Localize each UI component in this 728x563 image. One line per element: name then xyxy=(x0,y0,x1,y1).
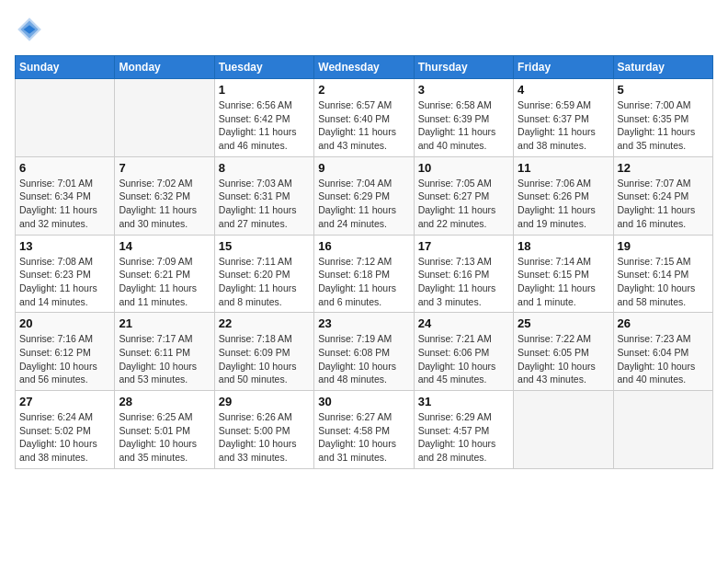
day-info: Sunrise: 6:59 AMSunset: 6:37 PMDaylight:… xyxy=(518,98,609,153)
day-number: 26 xyxy=(618,316,709,330)
day-number: 9 xyxy=(318,161,409,175)
calendar-cell: 23Sunrise: 7:19 AMSunset: 6:08 PMDayligh… xyxy=(314,313,414,391)
day-info: Sunrise: 7:14 AMSunset: 6:15 PMDaylight:… xyxy=(518,255,609,309)
calendar-week-row: 20Sunrise: 7:16 AMSunset: 6:12 PMDayligh… xyxy=(16,313,713,391)
day-info: Sunrise: 7:04 AMSunset: 6:29 PMDaylight:… xyxy=(318,177,409,231)
calendar-cell: 22Sunrise: 7:18 AMSunset: 6:09 PMDayligh… xyxy=(214,313,313,391)
calendar-cell: 31Sunrise: 6:29 AMSunset: 4:57 PMDayligh… xyxy=(414,391,513,469)
day-info: Sunrise: 7:08 AMSunset: 6:23 PMDaylight:… xyxy=(19,255,110,309)
day-info: Sunrise: 6:57 AMSunset: 6:40 PMDaylight:… xyxy=(318,98,409,153)
day-number: 1 xyxy=(219,83,310,97)
weekday-header: Friday xyxy=(514,56,613,79)
calendar-cell: 25Sunrise: 7:22 AMSunset: 6:05 PMDayligh… xyxy=(514,313,613,391)
calendar-cell: 26Sunrise: 7:23 AMSunset: 6:04 PMDayligh… xyxy=(613,313,712,391)
calendar-cell: 18Sunrise: 7:14 AMSunset: 6:15 PMDayligh… xyxy=(514,235,613,313)
calendar-cell: 7Sunrise: 7:02 AMSunset: 6:32 PMDaylight… xyxy=(115,156,214,235)
day-number: 27 xyxy=(19,395,110,408)
day-info: Sunrise: 7:22 AMSunset: 6:05 PMDaylight:… xyxy=(518,332,609,386)
calendar-cell: 17Sunrise: 7:13 AMSunset: 6:16 PMDayligh… xyxy=(414,235,513,313)
day-number: 29 xyxy=(219,395,310,408)
calendar-cell: 3Sunrise: 6:58 AMSunset: 6:39 PMDaylight… xyxy=(414,79,513,157)
day-number: 16 xyxy=(318,239,409,253)
calendar-cell: 28Sunrise: 6:25 AMSunset: 5:01 PMDayligh… xyxy=(115,391,214,469)
weekday-header: Tuesday xyxy=(214,56,313,79)
day-number: 19 xyxy=(618,239,709,253)
day-info: Sunrise: 7:23 AMSunset: 6:04 PMDaylight:… xyxy=(618,332,709,386)
day-info: Sunrise: 7:02 AMSunset: 6:32 PMDaylight:… xyxy=(119,177,210,231)
day-info: Sunrise: 7:05 AMSunset: 6:27 PMDaylight:… xyxy=(418,177,509,231)
day-info: Sunrise: 7:13 AMSunset: 6:16 PMDaylight:… xyxy=(418,255,509,309)
day-number: 7 xyxy=(119,161,210,175)
calendar-cell: 10Sunrise: 7:05 AMSunset: 6:27 PMDayligh… xyxy=(414,156,513,235)
day-number: 22 xyxy=(219,316,310,330)
day-info: Sunrise: 7:01 AMSunset: 6:34 PMDaylight:… xyxy=(19,177,110,231)
calendar-cell: 27Sunrise: 6:24 AMSunset: 5:02 PMDayligh… xyxy=(16,391,115,469)
calendar-cell: 8Sunrise: 7:03 AMSunset: 6:31 PMDaylight… xyxy=(214,156,313,235)
day-number: 18 xyxy=(518,239,609,253)
day-info: Sunrise: 6:56 AMSunset: 6:42 PMDaylight:… xyxy=(219,98,310,153)
weekday-header: Monday xyxy=(115,56,214,79)
day-number: 30 xyxy=(318,395,409,408)
calendar-cell: 14Sunrise: 7:09 AMSunset: 6:21 PMDayligh… xyxy=(115,235,214,313)
day-info: Sunrise: 6:24 AMSunset: 5:02 PMDaylight:… xyxy=(19,410,110,465)
day-info: Sunrise: 7:18 AMSunset: 6:09 PMDaylight:… xyxy=(219,332,310,386)
day-info: Sunrise: 7:03 AMSunset: 6:31 PMDaylight:… xyxy=(219,177,310,231)
day-number: 17 xyxy=(418,239,509,253)
day-info: Sunrise: 7:21 AMSunset: 6:06 PMDaylight:… xyxy=(418,332,509,386)
day-number: 13 xyxy=(19,239,110,253)
calendar-cell: 20Sunrise: 7:16 AMSunset: 6:12 PMDayligh… xyxy=(16,313,115,391)
weekday-header: Thursday xyxy=(414,56,513,79)
day-number: 5 xyxy=(618,83,709,97)
calendar-cell: 12Sunrise: 7:07 AMSunset: 6:24 PMDayligh… xyxy=(613,156,712,235)
day-number: 28 xyxy=(119,395,210,408)
day-info: Sunrise: 7:00 AMSunset: 6:35 PMDaylight:… xyxy=(618,98,709,153)
calendar-cell: 6Sunrise: 7:01 AMSunset: 6:34 PMDaylight… xyxy=(16,156,115,235)
calendar-week-row: 27Sunrise: 6:24 AMSunset: 5:02 PMDayligh… xyxy=(16,391,713,469)
day-number: 23 xyxy=(318,316,409,330)
calendar-cell: 29Sunrise: 6:26 AMSunset: 5:00 PMDayligh… xyxy=(214,391,313,469)
day-number: 24 xyxy=(418,316,509,330)
day-number: 15 xyxy=(219,239,310,253)
day-number: 21 xyxy=(119,316,210,330)
weekday-header: Sunday xyxy=(16,56,115,79)
calendar-cell: 5Sunrise: 7:00 AMSunset: 6:35 PMDaylight… xyxy=(613,79,712,157)
day-info: Sunrise: 6:26 AMSunset: 5:00 PMDaylight:… xyxy=(219,410,310,465)
calendar-cell: 16Sunrise: 7:12 AMSunset: 6:18 PMDayligh… xyxy=(314,235,414,313)
day-info: Sunrise: 6:27 AMSunset: 4:58 PMDaylight:… xyxy=(318,410,409,465)
weekday-header: Wednesday xyxy=(314,56,414,79)
day-info: Sunrise: 7:06 AMSunset: 6:26 PMDaylight:… xyxy=(518,177,609,231)
calendar-week-row: 13Sunrise: 7:08 AMSunset: 6:23 PMDayligh… xyxy=(16,235,713,313)
day-number: 25 xyxy=(518,316,609,330)
calendar-cell: 24Sunrise: 7:21 AMSunset: 6:06 PMDayligh… xyxy=(414,313,513,391)
calendar-cell xyxy=(16,79,115,157)
day-number: 20 xyxy=(19,316,110,330)
day-number: 6 xyxy=(19,161,110,175)
day-info: Sunrise: 7:07 AMSunset: 6:24 PMDaylight:… xyxy=(618,177,709,231)
logo xyxy=(15,15,48,44)
day-info: Sunrise: 7:19 AMSunset: 6:08 PMDaylight:… xyxy=(318,332,409,386)
calendar-cell: 30Sunrise: 6:27 AMSunset: 4:58 PMDayligh… xyxy=(314,391,414,469)
day-number: 31 xyxy=(418,395,509,408)
day-info: Sunrise: 6:58 AMSunset: 6:39 PMDaylight:… xyxy=(418,98,509,153)
day-number: 4 xyxy=(518,83,609,97)
day-info: Sunrise: 7:09 AMSunset: 6:21 PMDaylight:… xyxy=(119,255,210,309)
day-info: Sunrise: 7:17 AMSunset: 6:11 PMDaylight:… xyxy=(119,332,210,386)
day-number: 12 xyxy=(618,161,709,175)
calendar-cell: 9Sunrise: 7:04 AMSunset: 6:29 PMDaylight… xyxy=(314,156,414,235)
calendar-cell: 2Sunrise: 6:57 AMSunset: 6:40 PMDaylight… xyxy=(314,79,414,157)
calendar-header-row: SundayMondayTuesdayWednesdayThursdayFrid… xyxy=(16,56,713,79)
day-number: 14 xyxy=(119,239,210,253)
day-number: 10 xyxy=(418,161,509,175)
day-number: 2 xyxy=(318,83,409,97)
day-info: Sunrise: 7:15 AMSunset: 6:14 PMDaylight:… xyxy=(618,255,709,309)
calendar-cell xyxy=(115,79,214,157)
calendar-cell: 11Sunrise: 7:06 AMSunset: 6:26 PMDayligh… xyxy=(514,156,613,235)
weekday-header: Saturday xyxy=(613,56,712,79)
day-number: 3 xyxy=(418,83,509,97)
day-info: Sunrise: 7:12 AMSunset: 6:18 PMDaylight:… xyxy=(318,255,409,309)
calendar-cell xyxy=(514,391,613,469)
day-info: Sunrise: 7:16 AMSunset: 6:12 PMDaylight:… xyxy=(19,332,110,386)
calendar-table: SundayMondayTuesdayWednesdayThursdayFrid… xyxy=(15,55,713,469)
calendar-cell xyxy=(613,391,712,469)
day-info: Sunrise: 7:11 AMSunset: 6:20 PMDaylight:… xyxy=(219,255,310,309)
